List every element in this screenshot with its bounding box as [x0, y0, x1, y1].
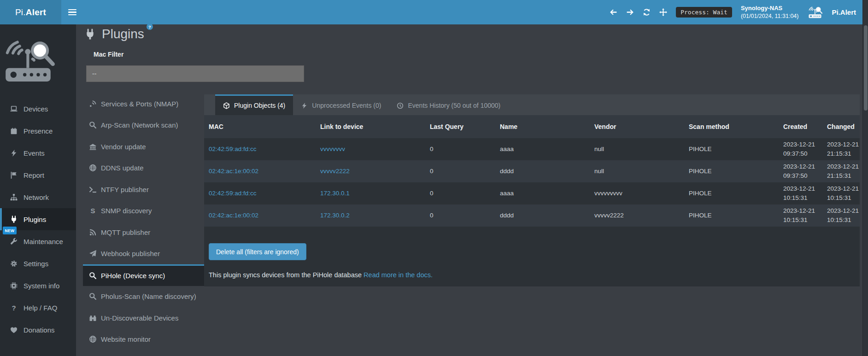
host-timestamp: (01/01/2024, 11:31:04)	[741, 12, 799, 21]
plugin-description-text: This plugin syncs devices from the PiHol…	[209, 271, 364, 279]
terminal-icon	[89, 186, 97, 193]
plug-icon	[84, 28, 96, 41]
back-arrow-icon[interactable]	[610, 8, 617, 16]
sidebar-item-report[interactable]: Report	[0, 164, 76, 186]
plugin-item-arp-scan-network-scan[interactable]: Arp-Scan (Network scan)	[83, 115, 213, 136]
globe-icon	[89, 164, 97, 172]
cell-link[interactable]: 172.30.0.2	[320, 212, 350, 219]
plugin-item-services-ports-nmap[interactable]: Services & Ports (NMAP)	[83, 93, 213, 115]
refresh-icon[interactable]	[643, 8, 651, 16]
cell-link[interactable]: 172.30.0.1	[320, 190, 350, 197]
sidebar-item-devices[interactable]: Devices	[0, 98, 76, 120]
plugin-item-label: Arp-Scan (Network scan)	[101, 121, 178, 129]
sidebar-item-label: System info	[23, 282, 59, 290]
sidebar-item-label: Plugins	[23, 216, 46, 223]
plugin-item-label: Services & Ports (NMAP)	[101, 100, 178, 108]
plugin-item-mqtt-publisher[interactable]: MQTT publisher	[83, 222, 213, 243]
tab-label: Unprocessed Events (0)	[312, 102, 381, 109]
sidebar-item-label: Presence	[23, 127, 53, 135]
heart-icon	[9, 326, 18, 334]
plugin-list: Services & Ports (NMAP)Arp-Scan (Network…	[83, 93, 213, 350]
help-badge[interactable]: ?	[147, 23, 153, 30]
plugin-objects-table: MACLink to deviceLast QueryNameVendorSca…	[204, 115, 860, 227]
sidebar-item-help-faq[interactable]: ?Help / FAQ	[0, 297, 76, 319]
plugin-item-label: Vendor update	[101, 143, 146, 151]
tab-plugin-objects-4[interactable]: Plugin Objects (4)	[215, 94, 293, 115]
sidebar-item-maintenance[interactable]: NEWMaintenance	[0, 230, 76, 252]
sidebar-item-donations[interactable]: Donations	[0, 319, 76, 341]
plug-icon	[9, 216, 18, 223]
table-row: 02:42:59:ad:fd:ccvvvvvvvv0aaaanullPIHOLE…	[204, 138, 860, 160]
plugin-item-vendor-update[interactable]: Vendor update	[83, 136, 213, 158]
cell-mac: 02:42:59:ad:fd:cc	[204, 138, 316, 160]
move-icon[interactable]	[659, 8, 667, 16]
chip-icon	[9, 282, 18, 290]
plugin-item-ntfy-publisher[interactable]: NTFY publisher	[83, 179, 213, 200]
plugin-item-label: Webhook publisher	[101, 250, 160, 257]
cell-changed: 2023-12-21 10:15:31	[822, 182, 860, 204]
forward-arrow-icon[interactable]	[626, 8, 634, 16]
column-header-created[interactable]: Created	[779, 115, 822, 138]
column-header-mac[interactable]: MAC	[204, 115, 316, 138]
mac-filter-input[interactable]	[86, 65, 304, 82]
cell-changed: 2023-12-21 10:15:31	[822, 204, 860, 227]
column-header-link-to-device[interactable]: Link to device	[316, 115, 425, 138]
cell-last-query: 0	[425, 160, 495, 182]
flag-icon	[9, 171, 18, 179]
column-header-name[interactable]: Name	[495, 115, 590, 138]
cell-mac: 02:42:59:ad:fd:cc	[204, 182, 316, 204]
binoculars-icon	[89, 314, 97, 322]
hamburger-menu-icon[interactable]	[68, 9, 76, 16]
tab-strip: Plugin Objects (4)Unprocessed Events (0)…	[204, 94, 860, 115]
cell-last-query: 0	[425, 204, 495, 227]
search-icon	[89, 121, 97, 129]
sidebar-item-system-info[interactable]: System info	[0, 274, 76, 297]
cell-vendor: null	[590, 160, 684, 182]
column-header-last-query[interactable]: Last Query	[425, 115, 495, 138]
sidebar-item-settings[interactable]: Settings	[0, 252, 76, 274]
tab-events-history-50-out-of-10000[interactable]: Events History (50 out of 10000)	[389, 94, 508, 115]
cell-link[interactable]: vvvvvvvv	[320, 146, 345, 152]
brand-logo[interactable]: Pi.Alert	[0, 0, 61, 24]
plugin-item-label: Website monitor	[101, 335, 151, 343]
sidebar-item-network[interactable]: Network	[0, 186, 76, 208]
plugin-item-label: PiHole (Device sync)	[101, 272, 165, 280]
sidebar-item-presence[interactable]: Presence	[0, 120, 76, 142]
cell-vendor: vvvvvvvvv	[590, 182, 684, 204]
plugin-item-un-discoverable-devices[interactable]: Un-Discoverable Devices	[83, 307, 213, 329]
page-scrollbar[interactable]	[862, 0, 868, 356]
plugin-item-pholus-scan-name-discovery[interactable]: Pholus-Scan (Name discovery)	[83, 286, 213, 308]
docs-link[interactable]: Read more in the docs.	[364, 271, 433, 279]
cell-link[interactable]: 02:42:59:ad:fd:cc	[209, 146, 257, 152]
page-title: Plugins ?	[84, 27, 144, 41]
plugin-item-webhook-publisher[interactable]: Webhook publisher	[83, 243, 213, 265]
cell-link[interactable]: vvvvv2222	[320, 168, 350, 175]
cell-name: dddd	[495, 204, 590, 227]
plugin-item-label: Un-Discoverable Devices	[101, 314, 178, 322]
top-bar: Pi.Alert Process: Wait Synology-NAS (01/…	[0, 0, 862, 24]
brand-bold: Alert	[26, 7, 46, 18]
host-info: Synology-NAS (01/01/2024, 11:31:04)	[741, 4, 799, 21]
table-header-row: MACLink to deviceLast QueryNameVendorSca…	[204, 115, 860, 138]
sidebar-item-label: Settings	[23, 260, 48, 268]
cell-link[interactable]: 02:42:ac:1e:00:02	[209, 168, 258, 175]
column-header-changed[interactable]: Changed	[822, 115, 860, 138]
column-header-vendor[interactable]: Vendor	[590, 115, 684, 138]
cell-link[interactable]: 02:42:ac:1e:00:02	[209, 212, 258, 219]
delete-all-button[interactable]: Delete all (filters are ignored)	[209, 243, 306, 260]
search-icon	[89, 292, 97, 300]
column-header-scan-method[interactable]: Scan method	[684, 115, 779, 138]
cell-link[interactable]: 02:42:59:ad:fd:cc	[209, 190, 257, 197]
tab-unprocessed-events-0[interactable]: Unprocessed Events (0)	[293, 94, 389, 115]
sidebar-item-events[interactable]: Events	[0, 142, 76, 164]
plugin-item-pihole-device-sync[interactable]: PiHole (Device sync)	[83, 264, 213, 286]
plugin-item-website-monitor[interactable]: Website monitor	[83, 329, 213, 350]
new-badge: NEW	[3, 227, 17, 234]
plugin-item-ddns-update[interactable]: DDNS update	[83, 158, 213, 179]
cell-name: aaaa	[495, 138, 590, 160]
app-name: Pi.Alert	[832, 8, 856, 16]
plugin-item-label: Pholus-Scan (Name discovery)	[101, 292, 196, 300]
plugin-item-snmp-discovery[interactable]: SSNMP discovery	[83, 200, 213, 222]
scrollbar-thumb[interactable]	[864, 25, 868, 111]
topbar-right-cluster: Process: Wait Synology-NAS (01/01/2024, …	[610, 4, 862, 21]
